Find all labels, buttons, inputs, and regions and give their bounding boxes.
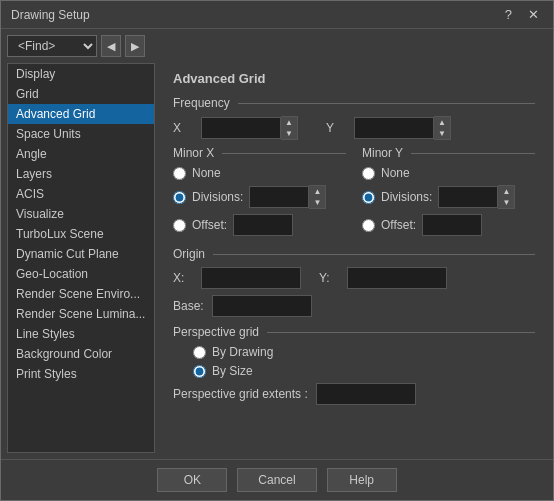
frequency-x-input[interactable]: 1 [201, 117, 281, 139]
ok-button[interactable]: OK [157, 468, 227, 492]
minor-y-offset-radio[interactable] [362, 219, 375, 232]
sidebar-item-visualize[interactable]: Visualize [8, 204, 154, 224]
perspective-by-drawing-label: By Drawing [212, 345, 273, 359]
perspective-by-drawing-row: By Drawing [193, 345, 535, 359]
find-dropdown[interactable]: <Find> [7, 35, 97, 57]
origin-y-label: Y: [319, 271, 339, 285]
sidebar-item-dynamic-cut-plane[interactable]: Dynamic Cut Plane [8, 244, 154, 264]
frequency-y-down-button[interactable]: ▼ [434, 128, 450, 139]
footer: OK Cancel Help [1, 459, 553, 500]
minor-x-offset-row: Offset: 0.1 in [173, 214, 346, 236]
top-row: <Find> ◀ ▶ [7, 35, 547, 57]
origin-x-input[interactable]: 0 in [201, 267, 301, 289]
minor-x-divisions-spinbox: 2 ▲ ▼ [249, 185, 326, 209]
perspective-extents-row: Perspective grid extents : 100 in [173, 383, 535, 405]
minor-x-divisions-spinbox-btns: ▲ ▼ [309, 185, 326, 209]
frequency-x-label: X [173, 121, 193, 135]
minor-y-divisions-row: Divisions: 2 ▲ ▼ [362, 185, 535, 209]
minor-y-title: Minor Y [362, 146, 535, 160]
sidebar-item-line-styles[interactable]: Line Styles [8, 324, 154, 344]
sidebar-item-background-color[interactable]: Background Color [8, 344, 154, 364]
perspective-by-size-row: By Size [193, 364, 535, 378]
frequency-x-down-button[interactable]: ▼ [281, 128, 297, 139]
minor-y-divisions-label: Divisions: [381, 190, 432, 204]
minor-y-none-row: None [362, 166, 535, 180]
sidebar-item-geo-location[interactable]: Geo-Location [8, 264, 154, 284]
minor-y-divisions-radio[interactable] [362, 191, 375, 204]
minor-x-divisions-radio[interactable] [173, 191, 186, 204]
panel-title: Advanced Grid [173, 71, 535, 86]
dialog-title: Drawing Setup [11, 8, 90, 22]
minor-x-offset-input[interactable]: 0.1 in [233, 214, 293, 236]
sidebar-item-acis[interactable]: ACIS [8, 184, 154, 204]
perspective-section-label: Perspective grid [173, 325, 535, 339]
title-bar: Drawing Setup ? ✕ [1, 1, 553, 29]
content-panel: Advanced Grid Frequency X 1 ▲ ▼ Y [161, 63, 547, 453]
dialog-body: <Find> ◀ ▶ Display Grid Advanced Grid Sp… [1, 29, 553, 459]
minor-x-none-label: None [192, 166, 221, 180]
origin-y-input[interactable]: 0 in [347, 267, 447, 289]
minor-x-title: Minor X [173, 146, 346, 160]
minor-x-none-radio[interactable] [173, 167, 186, 180]
minor-y-divisions-spinbox-btns: ▲ ▼ [498, 185, 515, 209]
frequency-x-up-button[interactable]: ▲ [281, 117, 297, 128]
origin-section-label: Origin [173, 247, 535, 261]
nav-next-button[interactable]: ▶ [125, 35, 145, 57]
sidebar-item-space-units[interactable]: Space Units [8, 124, 154, 144]
minor-x-offset-label: Offset: [192, 218, 227, 232]
sidebar-item-advanced-grid[interactable]: Advanced Grid [8, 104, 154, 124]
sidebar-item-layers[interactable]: Layers [8, 164, 154, 184]
origin-section: X: 0 in Y: 0 in Base: 0 [173, 267, 535, 317]
perspective-extents-label: Perspective grid extents : [173, 387, 308, 401]
frequency-y-up-button[interactable]: ▲ [434, 117, 450, 128]
minor-x-div-up-button[interactable]: ▲ [309, 186, 325, 197]
minor-x-divisions-input[interactable]: 2 [249, 186, 309, 208]
origin-base-row: Base: 0 [173, 295, 535, 317]
minor-y-divisions-spinbox: 2 ▲ ▼ [438, 185, 515, 209]
nav-prev-button[interactable]: ◀ [101, 35, 121, 57]
help-title-button[interactable]: ? [501, 7, 516, 22]
minor-y-offset-row: Offset: 0.1 in [362, 214, 535, 236]
sidebar-item-print-styles[interactable]: Print Styles [8, 364, 154, 384]
sidebar-item-grid[interactable]: Grid [8, 84, 154, 104]
perspective-section: By Drawing By Size Perspective grid exte… [173, 345, 535, 405]
frequency-x-spinbox-btns: ▲ ▼ [281, 116, 298, 140]
sidebar-item-turbolux[interactable]: TurboLux Scene [8, 224, 154, 244]
minor-y-offset-input[interactable]: 0.1 in [422, 214, 482, 236]
perspective-by-size-radio[interactable] [193, 365, 206, 378]
perspective-extents-input[interactable]: 100 in [316, 383, 416, 405]
minor-x-offset-radio[interactable] [173, 219, 186, 232]
origin-x-label: X: [173, 271, 193, 285]
sidebar-item-angle[interactable]: Angle [8, 144, 154, 164]
sidebar: Display Grid Advanced Grid Space Units A… [7, 63, 155, 453]
sidebar-item-render-enviro[interactable]: Render Scene Enviro... [8, 284, 154, 304]
frequency-y-label: Y [326, 121, 346, 135]
minor-x-div-down-button[interactable]: ▼ [309, 197, 325, 208]
minor-x-divisions-row: Divisions: 2 ▲ ▼ [173, 185, 346, 209]
help-button[interactable]: Help [327, 468, 397, 492]
perspective-by-drawing-radio[interactable] [193, 346, 206, 359]
cancel-button[interactable]: Cancel [237, 468, 316, 492]
minor-x-section: Minor X None Divisions: 2 [173, 146, 346, 241]
origin-xy-row: X: 0 in Y: 0 in [173, 267, 535, 289]
origin-base-label: Base: [173, 299, 204, 313]
drawing-setup-dialog: Drawing Setup ? ✕ <Find> ◀ ▶ Display Gri… [0, 0, 554, 501]
frequency-row: X 1 ▲ ▼ Y 1 ▲ ▼ [173, 116, 535, 140]
sidebar-item-display[interactable]: Display [8, 64, 154, 84]
frequency-y-input[interactable]: 1 [354, 117, 434, 139]
minor-x-none-row: None [173, 166, 346, 180]
minor-section: Minor X None Divisions: 2 [173, 146, 535, 241]
minor-x-divisions-label: Divisions: [192, 190, 243, 204]
frequency-section-label: Frequency [173, 96, 535, 110]
sidebar-item-render-lumina[interactable]: Render Scene Lumina... [8, 304, 154, 324]
close-title-button[interactable]: ✕ [524, 7, 543, 22]
minor-y-div-down-button[interactable]: ▼ [498, 197, 514, 208]
minor-y-none-label: None [381, 166, 410, 180]
minor-y-divisions-input[interactable]: 2 [438, 186, 498, 208]
frequency-x-spinbox: 1 ▲ ▼ [201, 116, 298, 140]
frequency-y-spinbox-btns: ▲ ▼ [434, 116, 451, 140]
minor-y-div-up-button[interactable]: ▲ [498, 186, 514, 197]
frequency-y-spinbox: 1 ▲ ▼ [354, 116, 451, 140]
minor-y-none-radio[interactable] [362, 167, 375, 180]
origin-base-input[interactable]: 0 [212, 295, 312, 317]
